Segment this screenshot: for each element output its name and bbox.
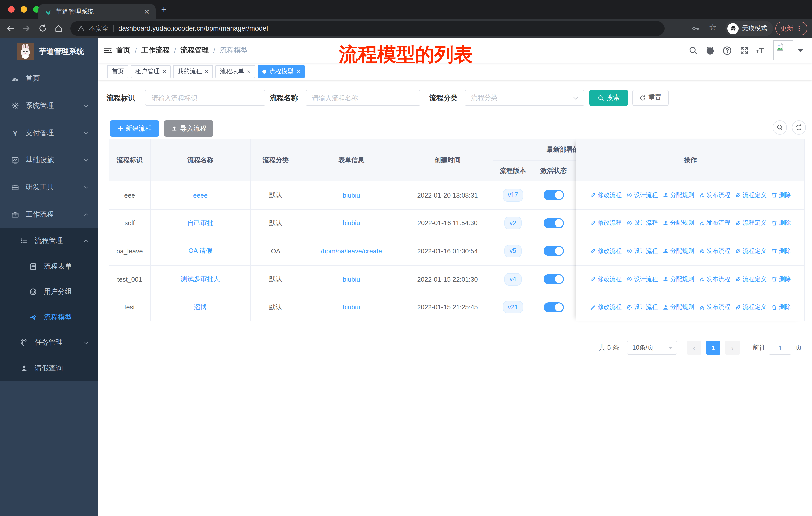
home-icon[interactable]: [54, 24, 63, 33]
action-definition-link[interactable]: 流程定义: [735, 247, 767, 255]
action-modify-link[interactable]: 修改流程: [590, 247, 622, 255]
browser-tab[interactable]: 芋道管理系统 ✕: [38, 4, 155, 19]
action-delete-link[interactable]: 删除: [771, 219, 791, 227]
sidebar-item-home[interactable]: 首页: [0, 65, 98, 92]
status-toggle[interactable]: [544, 302, 563, 312]
update-button[interactable]: 更新 ⋮: [775, 22, 808, 35]
back-icon[interactable]: [6, 24, 14, 33]
link-name[interactable]: 滔博: [194, 303, 207, 312]
link-name[interactable]: OA 请假: [188, 247, 212, 256]
breadcrumb-home[interactable]: 首页: [116, 46, 130, 55]
action-assign-link[interactable]: 分配规则: [663, 275, 694, 283]
action-definition-link[interactable]: 流程定义: [735, 303, 767, 311]
sidebar-item-workflow[interactable]: 工作流程: [0, 201, 98, 228]
link-form[interactable]: biubiu: [343, 191, 360, 199]
goto-page-input[interactable]: [769, 341, 791, 355]
sidebar-item-user-group[interactable]: 用户分组: [0, 279, 98, 305]
current-page-button[interactable]: 1: [706, 341, 720, 355]
action-assign-link[interactable]: 分配规则: [663, 247, 694, 255]
forward-icon[interactable]: [22, 24, 31, 33]
show-search-button[interactable]: [773, 120, 787, 135]
action-delete-link[interactable]: 删除: [771, 275, 791, 283]
action-definition-link[interactable]: 流程定义: [735, 191, 767, 199]
sidebar-item-process-model[interactable]: 流程模型: [0, 305, 98, 330]
link-form[interactable]: /bpm/oa/leave/create: [321, 247, 382, 255]
action-publish-link[interactable]: 发布流程: [699, 275, 730, 283]
sidebar-item-process-form[interactable]: 流程表单: [0, 254, 98, 279]
action-publish-link[interactable]: 发布流程: [699, 303, 730, 311]
reset-button[interactable]: 重置: [632, 90, 669, 106]
link-name[interactable]: eeee: [193, 191, 208, 199]
reload-icon[interactable]: [38, 24, 47, 33]
import-process-button[interactable]: 导入流程: [164, 120, 213, 137]
action-design-link[interactable]: 设计流程: [626, 219, 658, 227]
window-minimize-button[interactable]: [21, 6, 27, 12]
page-size-select[interactable]: 10条/页: [627, 341, 677, 355]
sidebar-item-payment[interactable]: ¥支付管理: [0, 119, 98, 147]
tab-home[interactable]: 首页: [107, 65, 128, 78]
search-icon[interactable]: [689, 46, 698, 55]
action-design-link[interactable]: 设计流程: [626, 303, 658, 311]
close-icon[interactable]: ×: [247, 68, 251, 75]
browser-menu-icon[interactable]: ⋮: [796, 25, 803, 32]
refresh-table-button[interactable]: [792, 120, 806, 135]
action-definition-link[interactable]: 流程定义: [735, 275, 767, 283]
close-icon[interactable]: ×: [296, 68, 300, 75]
url-bar[interactable]: 不安全 dashboard.yudao.iocoder.cn/bpm/manag…: [70, 21, 665, 36]
help-icon[interactable]: [722, 46, 732, 55]
action-delete-link[interactable]: 删除: [771, 191, 791, 199]
filter-key-input[interactable]: [145, 90, 265, 106]
new-tab-button[interactable]: +: [161, 4, 167, 15]
action-assign-link[interactable]: 分配规则: [663, 303, 694, 311]
link-form[interactable]: biubiu: [343, 219, 360, 227]
sidebar-collapse-icon[interactable]: [103, 46, 112, 55]
action-definition-link[interactable]: 流程定义: [735, 219, 767, 227]
action-delete-link[interactable]: 删除: [771, 303, 791, 311]
link-name[interactable]: 自己审批: [187, 219, 213, 228]
tab-close-icon[interactable]: ✕: [144, 8, 149, 16]
action-assign-link[interactable]: 分配规则: [663, 219, 694, 227]
action-publish-link[interactable]: 发布流程: [699, 247, 730, 255]
user-avatar[interactable]: [773, 40, 793, 60]
action-modify-link[interactable]: 修改流程: [590, 303, 622, 311]
sidebar-item-task-management[interactable]: 任务管理: [0, 330, 98, 355]
create-process-button[interactable]: 新建流程: [110, 120, 159, 137]
close-icon[interactable]: ×: [163, 68, 166, 75]
key-icon[interactable]: [692, 25, 700, 33]
search-button[interactable]: 搜索: [589, 90, 628, 106]
close-icon[interactable]: ×: [205, 68, 208, 75]
link-form[interactable]: biubiu: [343, 275, 360, 283]
next-page-button[interactable]: ›: [725, 341, 740, 355]
sidebar-item-leave-query[interactable]: 请假查询: [0, 355, 98, 381]
breadcrumb-workflow[interactable]: 工作流程: [141, 46, 170, 55]
action-assign-link[interactable]: 分配规则: [663, 191, 694, 199]
action-publish-link[interactable]: 发布流程: [699, 219, 730, 227]
sidebar-item-infrastructure[interactable]: 基础设施: [0, 147, 98, 174]
status-toggle[interactable]: [544, 274, 563, 284]
tab-process-model[interactable]: 流程模型×: [258, 65, 304, 78]
sidebar-item-devtools[interactable]: 研发工具: [0, 174, 98, 201]
window-close-button[interactable]: [8, 6, 14, 12]
filter-category-select[interactable]: 流程分类: [465, 90, 584, 106]
action-design-link[interactable]: 设计流程: [626, 247, 658, 255]
link-name[interactable]: 测试多审批人: [181, 275, 220, 284]
link-form[interactable]: biubiu: [343, 303, 360, 311]
action-modify-link[interactable]: 修改流程: [590, 275, 622, 283]
sidebar-item-system[interactable]: 系统管理: [0, 92, 98, 119]
tab-tenant[interactable]: 租户管理×: [131, 65, 171, 78]
tab-process-form[interactable]: 流程表单×: [215, 65, 255, 78]
status-toggle[interactable]: [544, 218, 563, 228]
status-toggle[interactable]: [544, 246, 563, 256]
filter-name-input[interactable]: [306, 90, 420, 106]
action-modify-link[interactable]: 修改流程: [590, 191, 622, 199]
action-modify-link[interactable]: 修改流程: [590, 219, 622, 227]
tab-my-process[interactable]: 我的流程×: [173, 65, 213, 78]
font-size-icon[interactable]: TT: [756, 46, 764, 55]
bookmark-star-icon[interactable]: ☆: [709, 22, 717, 33]
sidebar-item-process-management[interactable]: 流程管理: [0, 228, 98, 254]
breadcrumb-process-management[interactable]: 流程管理: [181, 46, 209, 55]
action-design-link[interactable]: 设计流程: [626, 275, 658, 283]
status-toggle[interactable]: [544, 190, 563, 200]
action-delete-link[interactable]: 删除: [771, 247, 791, 255]
github-icon[interactable]: [705, 46, 715, 55]
